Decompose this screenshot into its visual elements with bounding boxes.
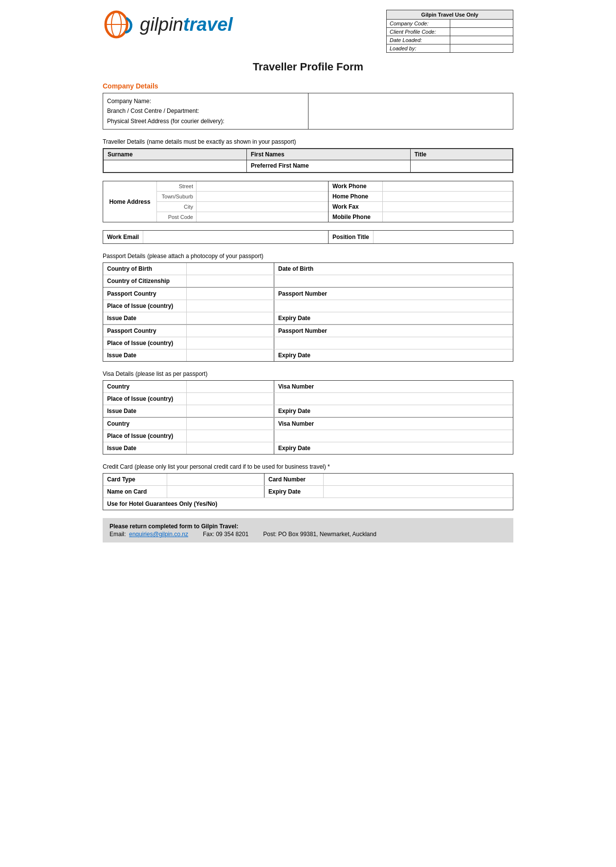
passport-group-3: Passport Country Passport Number Place o… — [103, 325, 513, 361]
visa2-country-input[interactable] — [186, 418, 274, 430]
card-type-label: Card Type — [103, 474, 167, 485]
use-only-value-loaded-by[interactable] — [450, 44, 513, 52]
passport2-expiry-input[interactable] — [352, 349, 513, 361]
visa2-place-input[interactable] — [186, 430, 274, 442]
visa1-expiry-input[interactable] — [352, 405, 513, 417]
passport2-place-input[interactable] — [186, 337, 274, 349]
postcode-input[interactable] — [196, 212, 328, 222]
visa2-country-label: Country — [103, 418, 186, 430]
use-only-value-client-profile[interactable] — [450, 28, 513, 36]
surname-input-cell[interactable] — [104, 160, 247, 173]
passport1-country-input[interactable] — [186, 288, 274, 300]
use-only-label-date-loaded: Date Loaded: — [387, 36, 450, 44]
street-input[interactable] — [196, 181, 328, 191]
passport1-place-input[interactable] — [186, 300, 274, 312]
visa1-issue-input[interactable] — [186, 405, 274, 417]
passport1-number-label: Passport Number — [274, 288, 352, 300]
visa1-place-label: Place of Issue (country) — [103, 393, 186, 405]
header: gilpintravel Gilpin Travel Use Only Comp… — [103, 10, 513, 53]
card-number-input[interactable] — [323, 474, 513, 485]
passport1-issue-row: Issue Date Expiry Date — [103, 312, 513, 324]
city-input[interactable] — [196, 202, 328, 212]
title-input-cell[interactable] — [410, 160, 512, 173]
credit-card-section: Credit Card (please only list your perso… — [103, 462, 513, 510]
preferred-label: Preferred First Name — [251, 162, 406, 169]
passport2-place-row: Place of Issue (country) — [103, 337, 513, 349]
country-birth-input[interactable] — [186, 263, 274, 275]
traveller-table: Surname First Names Title Preferred Firs… — [103, 149, 513, 173]
work-fax-input[interactable] — [382, 202, 513, 212]
footer-fax: Fax: 09 354 8201 — [203, 531, 248, 538]
visa2-issue-row: Issue Date Expiry Date — [103, 442, 513, 454]
visa1-place-right-input — [352, 393, 513, 405]
passport2-country-input[interactable] — [186, 325, 274, 337]
visa2-expiry-input[interactable] — [352, 442, 513, 454]
work-email-label: Work Email — [103, 231, 143, 243]
passport2-place-right — [274, 337, 352, 349]
company-right[interactable] — [308, 93, 513, 129]
visa1-country-label: Country — [103, 381, 186, 392]
logo-gilpin: gilpin — [140, 14, 183, 35]
passport2-issue-input[interactable] — [186, 349, 274, 361]
passport1-place-right — [274, 300, 352, 312]
visa1-number-input[interactable] — [352, 381, 513, 392]
passport2-country-label: Passport Country — [103, 325, 186, 337]
passport1-place-label: Place of Issue (country) — [103, 300, 186, 312]
visa2-number-input[interactable] — [352, 418, 513, 430]
date-birth-input[interactable] — [352, 263, 513, 275]
visa1-number-label: Visa Number — [274, 381, 352, 392]
col-surname: Surname — [104, 149, 247, 160]
passport-heading: Passport Details (please attach a photoc… — [103, 252, 513, 260]
passport1-number-input[interactable] — [352, 288, 513, 300]
use-only-value-company-code[interactable] — [450, 20, 513, 27]
passport2-issue-row: Issue Date Expiry Date — [103, 349, 513, 361]
city-label: City — [157, 202, 196, 211]
work-fax-row: Work Fax — [329, 202, 513, 212]
use-only-box: Gilpin Travel Use Only Company Code: Cli… — [386, 10, 513, 53]
visa2-place-row: Place of Issue (country) — [103, 430, 513, 442]
passport-box: Country of Birth Date of Birth Country o… — [103, 262, 513, 362]
passport1-place-row: Place of Issue (country) — [103, 300, 513, 312]
country-birth-label: Country of Birth — [103, 263, 186, 275]
visa2-expiry-label: Expiry Date — [274, 442, 352, 454]
passport2-place-label: Place of Issue (country) — [103, 337, 186, 349]
use-only-label-loaded-by: Loaded by: — [387, 44, 450, 52]
use-only-value-date-loaded[interactable] — [450, 36, 513, 44]
work-email-input[interactable] — [143, 231, 328, 243]
address-row: Home Address Street Town/Suburb City — [103, 181, 328, 222]
name-on-card-input[interactable] — [167, 486, 264, 498]
town-input[interactable] — [196, 192, 328, 201]
use-only-row-1: Company Code: — [387, 20, 513, 28]
visa1-country-input[interactable] — [186, 381, 274, 392]
hotel-guarantee-label: Use for Hotel Guarantees Only (Yes/No) — [103, 498, 221, 510]
country-citizenship-input[interactable] — [186, 275, 274, 287]
cc-expiry-input[interactable] — [323, 486, 513, 498]
card-type-input[interactable] — [167, 474, 264, 485]
visa1-place-input[interactable] — [186, 393, 274, 405]
logo-travel: travel — [183, 14, 233, 35]
address-subrows: Street Town/Suburb City Post Code — [157, 181, 328, 222]
passport-group-1: Country of Birth Date of Birth Country o… — [103, 263, 513, 288]
footer-email-link[interactable]: enquiries@gilpin.co.nz — [129, 531, 188, 538]
footer-return-text: Please return completed form to Gilpin T… — [110, 523, 506, 530]
position-title-input[interactable] — [373, 231, 513, 243]
addr-phone-box: Home Address Street Town/Suburb City — [103, 181, 513, 222]
traveller-details-heading: Traveller Details (name details must be … — [103, 137, 513, 145]
mobile-phone-input[interactable] — [382, 212, 513, 222]
use-only-row-3: Date Loaded: — [387, 36, 513, 44]
address-phone-section: Home Address Street Town/Suburb City — [103, 181, 513, 222]
visa2-issue-input[interactable] — [186, 442, 274, 454]
work-fax-label: Work Fax — [329, 202, 382, 212]
passport1-issue-input[interactable] — [186, 312, 274, 324]
visa1-country-row: Country Visa Number — [103, 381, 513, 393]
logo: gilpintravel — [103, 10, 233, 39]
passport1-expiry-input[interactable] — [352, 312, 513, 324]
work-phone-input[interactable] — [382, 181, 513, 191]
passport2-issue-label: Issue Date — [103, 349, 186, 361]
date-birth-label: Date of Birth — [274, 263, 352, 275]
passport2-number-input[interactable] — [352, 325, 513, 337]
home-phone-input[interactable] — [382, 192, 513, 201]
postcode-label: Post Code — [157, 213, 196, 221]
pos-cell: Position Title — [329, 231, 513, 243]
passport2-expiry-label: Expiry Date — [274, 349, 352, 361]
